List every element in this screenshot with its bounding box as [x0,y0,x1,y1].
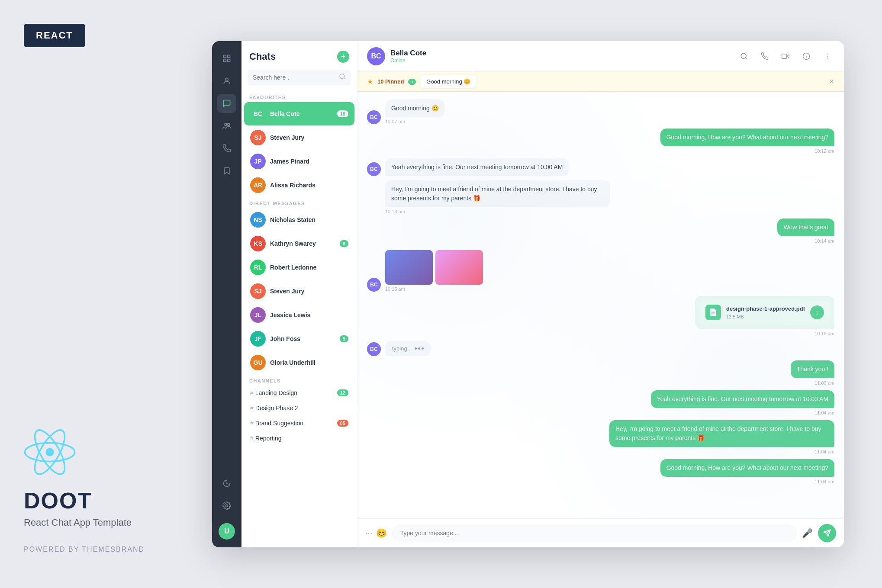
svg-point-14 [741,53,746,58]
chat-name: Steven Jury [270,288,348,295]
chat-item-john-foss[interactable]: JF John Foss 5 [244,327,354,350]
chat-item-steven-jury[interactable]: SJ Steven Jury [244,126,354,149]
chat-name: Bella Cote [270,110,333,117]
chat-item-steven-jury-2[interactable]: SJ Steven Jury [244,280,354,303]
sidebar-item-groups[interactable] [217,116,236,135]
typing-indicator: typing... [385,341,431,356]
svg-rect-4 [224,55,226,58]
pinned-count-badge: • [408,79,416,85]
message-avatar: BC [367,110,381,124]
chat-avatar: NS [250,212,266,228]
more-options-icon[interactable]: ··· [365,528,373,538]
message-image[interactable] [385,250,433,285]
message-bubble: Hey, I'm going to meet a friend of mine … [609,420,834,447]
message-time: ✓✓11:04 am [609,449,834,455]
message-bubble: Good morning, How are you? What about ou… [660,459,834,477]
chat-avatar: KS [250,236,266,251]
pinned-message-preview[interactable]: Good morning 😊 [420,75,476,88]
message-time: ✓✓10:16 am [695,331,834,337]
channel-badge: 12 [337,389,348,396]
svg-rect-17 [782,54,787,59]
message-input[interactable] [392,525,797,541]
svg-point-12 [340,74,344,79]
chats-panel: Chats + FAVOURITES BC Bella Cote 18 SJ [241,41,357,547]
sidebar-item-phone[interactable] [217,139,236,158]
sidebar-user-avatar[interactable]: U [219,523,235,540]
chat-item-jessica-lewis[interactable]: JL Jessica Lewis [244,303,354,327]
pinned-close-icon[interactable]: ✕ [829,77,834,86]
video-action-icon[interactable] [778,49,793,64]
svg-point-3 [45,448,54,456]
message-time: ✓✓11:04 am [660,479,834,485]
input-area: ··· 😊 🎤 [357,518,844,547]
message-bubble: Thank you ! [791,360,834,378]
chat-avatar: JL [250,307,266,323]
message-row: Good morning, How are you? What about ou… [367,129,834,154]
chat-header-actions: ⋮ [737,49,834,64]
search-input[interactable] [253,74,335,81]
sidebar-item-settings[interactable] [217,496,236,515]
message-bubble: Hey, I'm going to meet a friend of mine … [385,180,610,207]
message-avatar: BC [367,162,381,176]
react-logo [24,426,76,478]
chat-avatar: JP [250,154,266,169]
sidebar-item-profile[interactable] [217,71,236,90]
channel-badge: 85 [337,420,348,427]
chat-name: Robert Ledonne [270,264,348,271]
chats-add-button[interactable]: + [337,51,349,63]
chat-avatar: JF [250,331,266,347]
message-content: Wow that's great ✓✓10:14 am [777,218,834,244]
message-content: 📄 design-phase-1-approved.pdf 12.5 MB ↓ … [695,296,834,337]
chat-item-kathryn-swarey[interactable]: KS Kathryn Swarey 8 [244,232,354,255]
chat-avatar: AR [250,177,266,193]
pinned-bar: ★ 10 Pinned • Good morning 😊 ✕ [357,72,844,92]
search-action-icon[interactable] [737,49,751,64]
download-button[interactable]: ↓ [810,305,824,319]
powered-by: POWERED BY THEMESBRAND [24,546,145,553]
svg-point-8 [225,78,229,81]
message-row: Thank you ! ✓✓11:03 am [367,360,834,386]
chat-item-alissa-richards[interactable]: AR Alissa Richards [244,174,354,197]
messages-area: BC Good morning 😊 10:07 am Good morning,… [357,92,844,518]
channel-name: #Brand Suggestion [250,420,333,427]
channel-item-reporting[interactable]: #Reporting [244,431,354,446]
sidebar-item-bookmark[interactable] [217,161,236,180]
more-action-icon[interactable]: ⋮ [820,49,834,64]
mic-icon[interactable]: 🎤 [802,528,813,538]
chat-item-bella-cote[interactable]: BC Bella Cote 18 [244,102,354,125]
pinned-star-icon: ★ [367,77,373,86]
info-action-icon[interactable] [799,49,814,64]
message-time: 10:13 am [385,209,610,214]
message-row: Wow that's great ✓✓10:14 am [367,218,834,244]
chat-item-robert-ledonne[interactable]: RL Robert Ledonne [244,256,354,279]
message-content: Hey, I'm going to meet a friend of mine … [385,180,610,214]
sidebar-item-home[interactable] [217,49,236,68]
message-content: Yeah everything is fine. Our next meetin… [385,158,569,176]
sidebar-item-chat[interactable] [217,94,236,113]
chat-badge: 5 [340,335,348,342]
brand-subtitle: React Chat App Template [24,517,145,528]
chat-item-gloria-underhill[interactable]: GU Gloria Underhill [244,351,354,374]
message-bubble: Good morning, How are you? What about ou… [660,129,834,146]
channel-item-brand-suggestion[interactable]: #Brand Suggestion 85 [244,416,354,431]
message-image[interactable] [435,250,483,285]
message-bubble: Yeah everything is fine. Our next meetin… [385,158,569,176]
message-row: BC Good morning 😊 10:07 am [367,100,834,124]
sidebar-item-moon[interactable] [217,474,236,493]
message-images [385,250,483,285]
chat-item-james-pinard[interactable]: JP James Pinard [244,150,354,173]
chat-header-avatar: BC [367,47,385,65]
message-content: Yeah everything is fine. Our next meetin… [651,390,834,416]
emoji-icon[interactable]: 😊 [376,528,387,538]
message-content: Good morning, How are you? What about ou… [660,459,834,485]
send-button[interactable] [818,524,836,542]
call-action-icon[interactable] [757,49,772,64]
message-bubble: 📄 design-phase-1-approved.pdf 12.5 MB ↓ [695,296,834,329]
message-avatar: BC [367,278,381,292]
file-attachment: 📄 design-phase-1-approved.pdf 12.5 MB ↓ [699,300,830,325]
chat-item-nicholas-staten[interactable]: NS Nicholas Staten [244,208,354,231]
chat-name: Alissa Richards [270,182,348,189]
channel-item-design-phase-2[interactable]: #Design Phase 2 [244,401,354,415]
message-content: Hey, I'm going to meet a friend of mine … [609,420,834,455]
channel-item-landing-design[interactable]: #Landing Design 12 [244,386,354,400]
